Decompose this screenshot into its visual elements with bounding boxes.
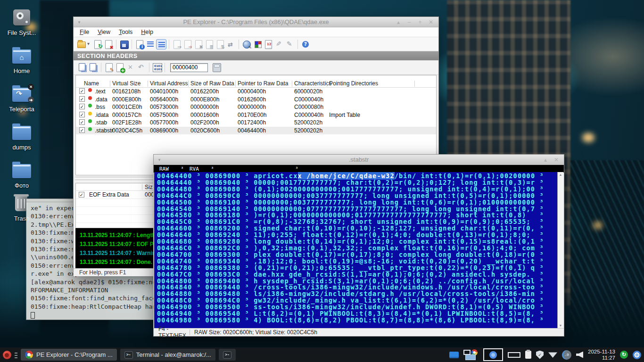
column-divider[interactable] bbox=[292, 81, 292, 87]
window-stack-tray-icon[interactable] bbox=[463, 349, 479, 360]
security-shield-icon[interactable]: ✓ bbox=[536, 351, 544, 359]
updates-tray-icon[interactable]: ↻ bbox=[620, 351, 628, 359]
gexport-icon[interactable] bbox=[172, 39, 182, 49]
table-header-row[interactable]: NameVirtual SizeVirtual AddressSize of R… bbox=[76, 80, 436, 88]
addsec-icon[interactable] bbox=[115, 62, 125, 73]
desktop-icon-teleporta[interactable]: ↷✕➜Teleporta bbox=[0, 85, 43, 113]
calc-icon[interactable] bbox=[211, 62, 222, 73]
edit-icon[interactable] bbox=[104, 62, 114, 73]
shade-button[interactable]: ▴ bbox=[542, 156, 549, 163]
table-row-stabstr[interactable]: ✓.stabstr0020C4C5h00869000h0020C600h0046… bbox=[76, 127, 436, 135]
gup-icon[interactable] bbox=[215, 39, 225, 49]
section-headers-toolbar[interactable] bbox=[74, 60, 438, 75]
desktop-icon-фото[interactable]: Фото bbox=[0, 161, 43, 189]
column-header[interactable]: Size of Raw Data bbox=[190, 80, 234, 87]
binary-icon[interactable] bbox=[152, 62, 162, 73]
system-tray[interactable]: ✓ ..9 2025-11-13 11:27 ↻ bbox=[449, 348, 641, 361]
taskbar[interactable]: PE Explorer - C:\Program ...>-Terminal -… bbox=[0, 347, 644, 362]
display-tray-icon[interactable] bbox=[449, 352, 459, 358]
row-checkbox[interactable]: ✓ bbox=[79, 88, 85, 94]
hex-scrollbar[interactable]: ▲▼ bbox=[557, 172, 563, 328]
pe-menubar[interactable]: FileViewToolsHelp bbox=[74, 27, 438, 37]
desktop-icon-dumps[interactable]: dumps bbox=[0, 123, 43, 151]
column-header[interactable]: Virtual Address bbox=[150, 80, 188, 87]
close-button[interactable]: ✕ bbox=[553, 156, 560, 163]
menu-view[interactable]: View bbox=[93, 29, 115, 35]
column-header[interactable]: Pointing Directories bbox=[329, 80, 378, 87]
close-icon[interactable] bbox=[103, 39, 114, 49]
taskbar-handle-icon[interactable] bbox=[15, 351, 17, 358]
stabstr-titlebar[interactable]: ▾ .stabstr ▴ ✕ bbox=[154, 155, 564, 165]
info-icon[interactable] bbox=[134, 39, 145, 49]
close-button[interactable]: ✕ bbox=[428, 19, 434, 25]
sig-icon[interactable] bbox=[274, 39, 284, 49]
glog-icon[interactable] bbox=[204, 39, 215, 49]
timestamp-icon[interactable] bbox=[263, 39, 273, 49]
delsec-icon[interactable] bbox=[125, 62, 136, 73]
column-divider[interactable] bbox=[110, 81, 110, 87]
column-divider[interactable] bbox=[414, 81, 415, 87]
headers-icon[interactable] bbox=[145, 39, 156, 49]
row-checkbox[interactable]: ✓ bbox=[79, 104, 85, 109]
pe-titlebar[interactable]: ▾ PE Explorer - C:\Program Files (x86)\Q… bbox=[74, 17, 438, 27]
minimize-button[interactable]: – bbox=[406, 19, 413, 25]
screenshot-tool-tray-icon[interactable] bbox=[483, 348, 503, 361]
column-header[interactable]: Characteristics bbox=[294, 80, 331, 87]
pe-main-toolbar[interactable] bbox=[74, 37, 438, 51]
task-button-1[interactable]: >-Terminal - alex@amarok:/... bbox=[120, 349, 215, 361]
clipboard-tray-icon[interactable] bbox=[525, 351, 531, 359]
row-checkbox[interactable]: ✓ bbox=[79, 119, 85, 125]
copy2-icon[interactable] bbox=[88, 62, 99, 73]
column-header[interactable]: Name bbox=[84, 80, 99, 87]
scroll-down-icon[interactable]: ▼ bbox=[559, 324, 562, 327]
scroll-up-icon[interactable]: ▲ bbox=[559, 173, 562, 176]
table-row-bss[interactable]: ✓.bss00001CE0h00573000h00000000h00000000… bbox=[76, 103, 436, 111]
disasm-icon[interactable] bbox=[241, 39, 252, 49]
help-icon[interactable] bbox=[300, 39, 311, 49]
menu-help[interactable]: Help bbox=[137, 29, 157, 35]
column-header[interactable]: Virtual Size bbox=[112, 80, 140, 87]
gexclude-icon[interactable] bbox=[193, 39, 204, 49]
desktop-icon-file-syst-[interactable]: File Syst... bbox=[0, 8, 43, 36]
refresh-icon[interactable] bbox=[92, 39, 103, 49]
stabstr-viewer-window[interactable]: ▾ .stabstr ▴ ✕ RAW ³ RVA ³ ³ 00464400 ³ … bbox=[153, 154, 564, 337]
save-icon[interactable] bbox=[119, 39, 129, 49]
column-divider[interactable] bbox=[188, 81, 189, 87]
maximize-button[interactable]: + bbox=[417, 19, 423, 25]
copy-icon[interactable] bbox=[77, 62, 88, 73]
column-divider[interactable] bbox=[235, 81, 236, 87]
clock[interactable]: 2025-11-13 11:27 bbox=[588, 349, 615, 361]
task-button-0[interactable]: PE Explorer - C:\Program ... bbox=[21, 349, 117, 361]
app-launcher-icon[interactable] bbox=[3, 351, 11, 359]
notification-badge-icon[interactable]: ..9 bbox=[562, 350, 571, 360]
dropdown-icon[interactable] bbox=[87, 39, 92, 49]
table-row-stab[interactable]: ✓.stab002F1E28h00577000h002F2000h0017240… bbox=[76, 119, 436, 127]
row-checkbox[interactable]: ✓ bbox=[79, 96, 85, 102]
table-row-text[interactable]: ✓.text00162108h00401000h00162200h0000040… bbox=[76, 88, 436, 96]
wifi-icon[interactable] bbox=[548, 352, 557, 358]
table-row-idata[interactable]: ✓.idata0000157Ch00575000h00001600h00170E… bbox=[76, 111, 436, 119]
volume-icon[interactable] bbox=[576, 352, 583, 358]
open-icon[interactable] bbox=[76, 39, 86, 49]
row-checkbox[interactable]: ✓ bbox=[79, 127, 85, 133]
address-input[interactable] bbox=[170, 63, 208, 72]
table-row-data[interactable]: ✓.data0000E800h00564000h0000E800h0016260… bbox=[76, 96, 436, 104]
resources-icon[interactable] bbox=[252, 39, 263, 49]
column-divider[interactable] bbox=[148, 81, 148, 87]
sig2-icon[interactable] bbox=[285, 39, 295, 49]
compare-icon[interactable] bbox=[226, 39, 236, 49]
shade-button[interactable]: ▴ bbox=[395, 19, 402, 25]
menu-tools[interactable]: Tools bbox=[115, 29, 137, 35]
sections-icon[interactable] bbox=[156, 39, 166, 49]
row-checkbox[interactable]: ✓ bbox=[79, 112, 85, 117]
desktop-icon-home[interactable]: ⌂Home bbox=[0, 47, 43, 74]
eof-checkbox[interactable]: ✓ bbox=[79, 192, 84, 197]
task-button-2[interactable]: >- bbox=[219, 349, 236, 361]
column-divider[interactable] bbox=[327, 81, 327, 87]
undo-icon[interactable] bbox=[136, 62, 147, 73]
browser-tray-icon[interactable] bbox=[633, 351, 641, 359]
gimport-icon[interactable] bbox=[182, 39, 193, 49]
empty-window-tray-icon[interactable] bbox=[508, 352, 520, 358]
menu-file[interactable]: File bbox=[75, 29, 93, 35]
column-header[interactable]: Pointer to Raw Data bbox=[238, 80, 288, 87]
